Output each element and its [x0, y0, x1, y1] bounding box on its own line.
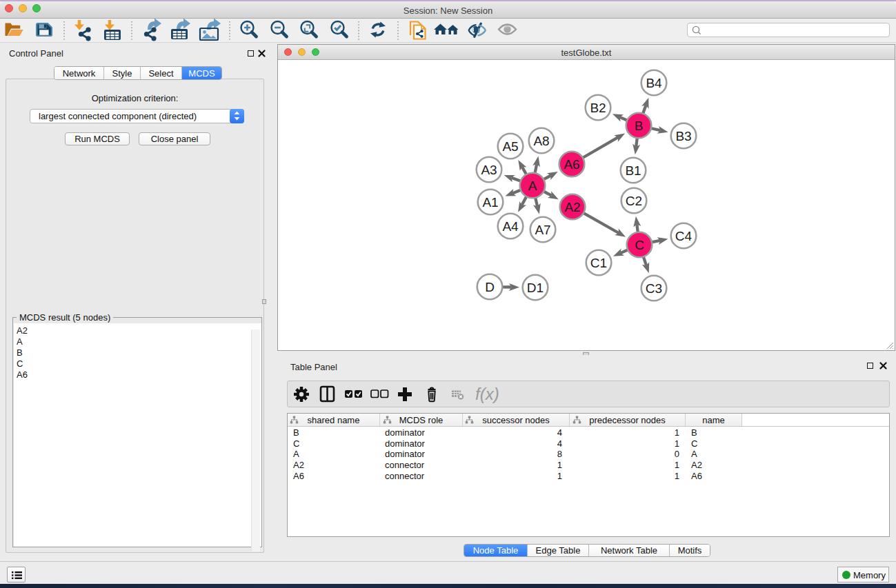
svg-text:A4: A4: [502, 219, 519, 234]
svg-text:C4: C4: [675, 229, 693, 243]
svg-text:A8: A8: [533, 134, 549, 148]
svg-text:B2: B2: [590, 101, 606, 115]
svg-text:B1: B1: [625, 163, 641, 178]
svg-text:A3: A3: [481, 163, 497, 177]
svg-text:B3: B3: [675, 129, 691, 143]
svg-text:A: A: [528, 179, 537, 193]
svg-text:C1: C1: [590, 256, 607, 270]
svg-text:D: D: [485, 280, 495, 294]
svg-text:f(x): f(x): [475, 385, 499, 403]
svg-text:A1: A1: [482, 195, 498, 210]
svg-text:D1: D1: [527, 281, 544, 295]
svg-text:C2: C2: [626, 194, 642, 208]
svg-text:A2: A2: [564, 200, 580, 214]
svg-text:B: B: [635, 119, 644, 133]
svg-text:A5: A5: [502, 139, 518, 154]
svg-text:C: C: [635, 238, 644, 252]
svg-text:A7: A7: [535, 223, 550, 237]
svg-text:C3: C3: [646, 281, 662, 296]
svg-text:A6: A6: [564, 157, 579, 172]
svg-text:B4: B4: [646, 76, 662, 90]
